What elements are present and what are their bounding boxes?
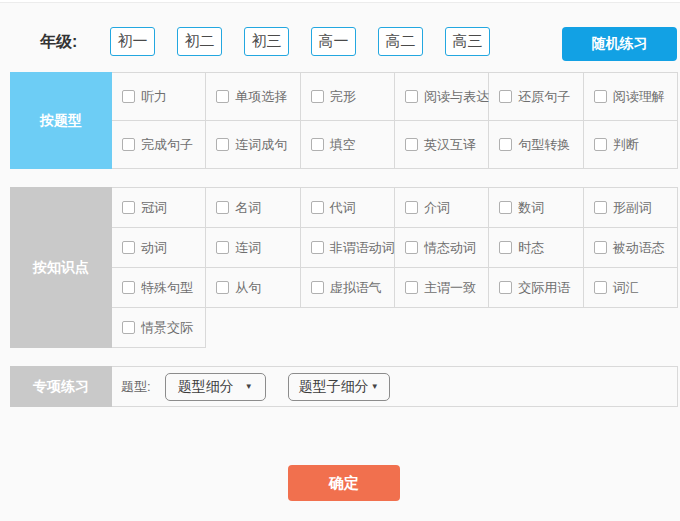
option-label: 介词 (424, 199, 450, 217)
section-by-question-type: 按题型 听力 单项选择 完形 (10, 72, 678, 169)
top-divider (0, 0, 680, 3)
option-label: 完成句子 (141, 136, 193, 154)
option-label: 动词 (141, 239, 167, 257)
option-label: 连词成句 (235, 136, 287, 154)
checkbox[interactable] (405, 138, 418, 151)
question-type-option[interactable]: 英汉互译 (395, 121, 489, 169)
option-label: 连词 (235, 239, 261, 257)
knowledge-point-option[interactable]: 交际用语 (489, 268, 583, 308)
type-sub-subdivision-dropdown[interactable]: 题型子细分 ▼ (288, 373, 390, 401)
grade-option-button[interactable]: 初一 (110, 27, 155, 56)
checkbox[interactable] (405, 241, 418, 254)
checkbox[interactable] (311, 281, 324, 294)
knowledge-point-option[interactable]: 词汇 (584, 268, 678, 308)
checkbox[interactable] (311, 138, 324, 151)
checkbox[interactable] (499, 241, 512, 254)
knowledge-point-option[interactable]: 代词 (301, 188, 395, 228)
checkbox[interactable] (122, 201, 135, 214)
section-header-by-knowledge: 按知识点 (10, 187, 112, 348)
question-type-option[interactable]: 听力 (112, 73, 206, 121)
by-knowledge-row-2: 动词 连词 非谓语动词 情态动词 (112, 228, 678, 268)
knowledge-point-option[interactable]: 非谓语动词 (301, 228, 395, 268)
checkbox[interactable] (216, 281, 229, 294)
question-type-option[interactable]: 阅读与表达 (395, 73, 489, 121)
checkbox[interactable] (499, 201, 512, 214)
question-type-option[interactable]: 完形 (301, 73, 395, 121)
checkbox[interactable] (122, 241, 135, 254)
checkbox[interactable] (311, 241, 324, 254)
random-practice-button[interactable]: 随机练习 (562, 27, 677, 61)
option-label: 交际用语 (518, 279, 570, 297)
knowledge-point-option[interactable]: 数词 (489, 188, 583, 228)
checkbox[interactable] (405, 281, 418, 294)
knowledge-point-option[interactable]: 动词 (112, 228, 206, 268)
grade-option-button[interactable]: 高二 (378, 27, 423, 56)
knowledge-point-option[interactable]: 情景交际 (112, 308, 206, 348)
checkbox[interactable] (311, 90, 324, 103)
knowledge-point-option[interactable]: 主谓一致 (395, 268, 489, 308)
checkbox[interactable] (216, 201, 229, 214)
checkbox[interactable] (122, 281, 135, 294)
knowledge-point-option[interactable]: 从句 (206, 268, 300, 308)
grade-label: 年级: (40, 27, 77, 56)
checkbox[interactable] (122, 90, 135, 103)
knowledge-point-option[interactable]: 被动语态 (584, 228, 678, 268)
special-practice-content: 题型: 题型细分 ▼ 题型子细分 ▼ (112, 366, 678, 407)
knowledge-point-option[interactable]: 特殊句型 (112, 268, 206, 308)
question-type-option[interactable]: 连词成句 (206, 121, 300, 169)
option-label: 填空 (330, 136, 356, 154)
checkbox[interactable] (499, 90, 512, 103)
question-type-option[interactable]: 判断 (584, 121, 678, 169)
checkbox[interactable] (216, 138, 229, 151)
grade-options: 初一 初二 初三 高一 高二 高三 (110, 27, 490, 56)
checkbox[interactable] (594, 201, 607, 214)
option-label: 非谓语动词 (330, 239, 395, 257)
question-type-option[interactable]: 填空 (301, 121, 395, 169)
question-type-option[interactable]: 单项选择 (206, 73, 300, 121)
knowledge-point-option[interactable]: 名词 (206, 188, 300, 228)
by-type-row-2: 完成句子 连词成句 填空 英汉互译 (112, 121, 678, 169)
option-label: 被动语态 (613, 239, 665, 257)
checkbox[interactable] (499, 281, 512, 294)
grade-option-button[interactable]: 高三 (445, 27, 490, 56)
confirm-button[interactable]: 确定 (288, 465, 400, 501)
option-label: 特殊句型 (141, 279, 193, 297)
checkbox[interactable] (122, 321, 135, 334)
checkbox[interactable] (311, 201, 324, 214)
knowledge-point-option[interactable]: 时态 (489, 228, 583, 268)
checkbox[interactable] (594, 138, 607, 151)
option-label: 听力 (141, 88, 167, 106)
knowledge-point-option[interactable]: 介词 (395, 188, 489, 228)
section-by-knowledge-point: 按知识点 冠词 名词 代词 (10, 187, 678, 348)
checkbox[interactable] (594, 90, 607, 103)
grade-option-button[interactable]: 初三 (244, 27, 289, 56)
knowledge-point-option[interactable]: 虚拟语气 (301, 268, 395, 308)
checkbox[interactable] (405, 201, 418, 214)
section-header-by-type: 按题型 (10, 72, 112, 169)
checkbox[interactable] (499, 138, 512, 151)
grade-option-button[interactable]: 初二 (177, 27, 222, 56)
checkbox[interactable] (216, 90, 229, 103)
type-subdivision-dropdown[interactable]: 题型细分 ▼ (165, 373, 266, 401)
grade-option-button[interactable]: 高一 (311, 27, 356, 56)
option-label: 还原句子 (518, 88, 570, 106)
option-label: 完形 (330, 88, 356, 106)
option-label: 时态 (518, 239, 544, 257)
type-label: 题型: (121, 378, 151, 396)
question-type-option[interactable]: 完成句子 (112, 121, 206, 169)
checkbox[interactable] (594, 241, 607, 254)
question-type-option[interactable]: 阅读理解 (584, 73, 678, 121)
knowledge-point-option[interactable]: 形副词 (584, 188, 678, 228)
checkbox[interactable] (122, 138, 135, 151)
checkbox[interactable] (216, 241, 229, 254)
question-type-option[interactable]: 句型转换 (489, 121, 583, 169)
knowledge-point-option[interactable]: 情态动词 (395, 228, 489, 268)
knowledge-point-option[interactable]: 连词 (206, 228, 300, 268)
option-label: 代词 (330, 199, 356, 217)
question-type-option[interactable]: 还原句子 (489, 73, 583, 121)
checkbox[interactable] (594, 281, 607, 294)
checkbox[interactable] (405, 90, 418, 103)
option-label: 句型转换 (518, 136, 570, 154)
knowledge-point-option[interactable]: 冠词 (112, 188, 206, 228)
option-label: 单项选择 (235, 88, 287, 106)
